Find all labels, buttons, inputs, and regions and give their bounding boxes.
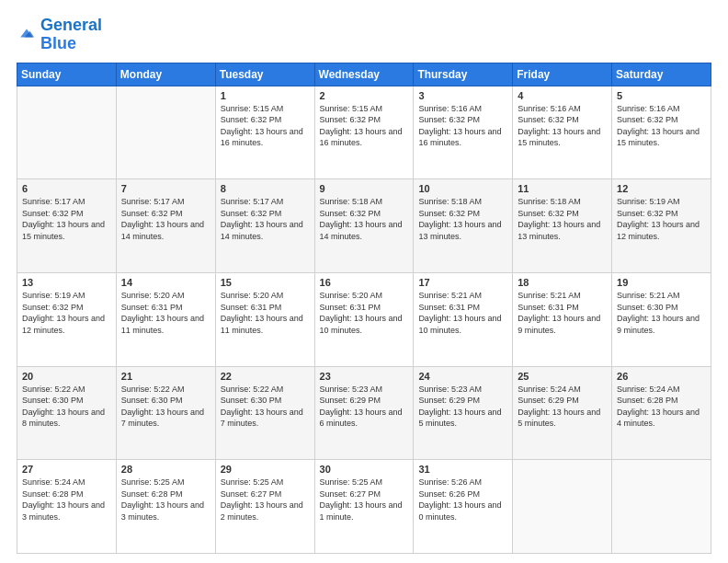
calendar-week-row: 13Sunrise: 5:19 AM Sunset: 6:32 PM Dayli… (17, 272, 711, 366)
day-number: 1 (221, 90, 310, 101)
day-number: 31 (418, 464, 507, 475)
day-info: Sunrise: 5:20 AM Sunset: 6:31 PM Dayligh… (121, 290, 210, 336)
day-info: Sunrise: 5:16 AM Sunset: 6:32 PM Dayligh… (418, 103, 507, 149)
day-info: Sunrise: 5:26 AM Sunset: 6:26 PM Dayligh… (418, 477, 507, 523)
calendar-cell: 18Sunrise: 5:21 AM Sunset: 6:31 PM Dayli… (513, 272, 612, 366)
calendar-cell: 20Sunrise: 5:22 AM Sunset: 6:30 PM Dayli… (17, 366, 117, 460)
day-info: Sunrise: 5:24 AM Sunset: 6:28 PM Dayligh… (22, 477, 111, 523)
day-info: Sunrise: 5:25 AM Sunset: 6:28 PM Dayligh… (121, 477, 210, 523)
day-info: Sunrise: 5:23 AM Sunset: 6:29 PM Dayligh… (418, 384, 507, 430)
calendar-cell: 24Sunrise: 5:23 AM Sunset: 6:29 PM Dayli… (414, 366, 513, 460)
day-info: Sunrise: 5:22 AM Sunset: 6:30 PM Dayligh… (221, 384, 310, 430)
calendar-cell: 17Sunrise: 5:21 AM Sunset: 6:31 PM Dayli… (414, 272, 513, 366)
day-number: 16 (320, 277, 409, 288)
weekday-header-monday: Monday (116, 63, 215, 86)
day-number: 26 (617, 371, 706, 382)
calendar-cell: 25Sunrise: 5:24 AM Sunset: 6:29 PM Dayli… (513, 366, 612, 460)
weekday-header-thursday: Thursday (414, 63, 513, 86)
calendar-cell: 23Sunrise: 5:23 AM Sunset: 6:29 PM Dayli… (314, 366, 414, 460)
logo: General Blue (17, 17, 102, 53)
calendar-cell: 15Sunrise: 5:20 AM Sunset: 6:31 PM Dayli… (215, 272, 314, 366)
day-number: 24 (418, 371, 507, 382)
day-number: 5 (617, 90, 706, 101)
calendar-cell: 9Sunrise: 5:18 AM Sunset: 6:32 PM Daylig… (314, 179, 414, 273)
calendar-cell: 7Sunrise: 5:17 AM Sunset: 6:32 PM Daylig… (116, 179, 215, 273)
day-info: Sunrise: 5:19 AM Sunset: 6:32 PM Dayligh… (617, 196, 706, 242)
calendar-header-row: SundayMondayTuesdayWednesdayThursdayFrid… (17, 63, 711, 86)
day-number: 27 (22, 464, 111, 475)
calendar-cell: 10Sunrise: 5:18 AM Sunset: 6:32 PM Dayli… (414, 179, 513, 273)
day-number: 14 (121, 277, 210, 288)
calendar-cell: 11Sunrise: 5:18 AM Sunset: 6:32 PM Dayli… (513, 179, 612, 273)
day-info: Sunrise: 5:16 AM Sunset: 6:32 PM Dayligh… (617, 103, 706, 149)
day-info: Sunrise: 5:20 AM Sunset: 6:31 PM Dayligh… (320, 290, 409, 336)
calendar-cell: 30Sunrise: 5:25 AM Sunset: 6:27 PM Dayli… (314, 460, 414, 554)
weekday-header-saturday: Saturday (612, 63, 711, 86)
calendar-cell: 13Sunrise: 5:19 AM Sunset: 6:32 PM Dayli… (17, 272, 117, 366)
header: General Blue (17, 17, 711, 53)
day-info: Sunrise: 5:25 AM Sunset: 6:27 PM Dayligh… (320, 477, 409, 523)
calendar-cell: 29Sunrise: 5:25 AM Sunset: 6:27 PM Dayli… (215, 460, 314, 554)
day-info: Sunrise: 5:24 AM Sunset: 6:28 PM Dayligh… (617, 384, 706, 430)
day-info: Sunrise: 5:17 AM Sunset: 6:32 PM Dayligh… (121, 196, 210, 242)
weekday-header-friday: Friday (513, 63, 612, 86)
calendar-cell: 31Sunrise: 5:26 AM Sunset: 6:26 PM Dayli… (414, 460, 513, 554)
day-number: 8 (221, 183, 310, 194)
day-number: 2 (320, 90, 409, 101)
day-number: 23 (320, 371, 409, 382)
day-info: Sunrise: 5:21 AM Sunset: 6:31 PM Dayligh… (418, 290, 507, 336)
day-info: Sunrise: 5:23 AM Sunset: 6:29 PM Dayligh… (320, 384, 409, 430)
day-number: 12 (617, 183, 706, 194)
weekday-header-tuesday: Tuesday (215, 63, 314, 86)
day-info: Sunrise: 5:18 AM Sunset: 6:32 PM Dayligh… (320, 196, 409, 242)
calendar-cell: 2Sunrise: 5:15 AM Sunset: 6:32 PM Daylig… (314, 86, 414, 179)
day-number: 11 (518, 183, 607, 194)
day-info: Sunrise: 5:16 AM Sunset: 6:32 PM Dayligh… (518, 103, 607, 149)
day-info: Sunrise: 5:18 AM Sunset: 6:32 PM Dayligh… (518, 196, 607, 242)
logo-icon (18, 25, 35, 41)
day-number: 9 (320, 183, 409, 194)
logo-text: General Blue (40, 17, 102, 53)
day-number: 6 (22, 183, 111, 194)
day-info: Sunrise: 5:17 AM Sunset: 6:32 PM Dayligh… (221, 196, 310, 242)
day-info: Sunrise: 5:17 AM Sunset: 6:32 PM Dayligh… (22, 196, 111, 242)
weekday-header-sunday: Sunday (17, 63, 117, 86)
day-info: Sunrise: 5:22 AM Sunset: 6:30 PM Dayligh… (22, 384, 111, 430)
calendar-week-row: 27Sunrise: 5:24 AM Sunset: 6:28 PM Dayli… (17, 460, 711, 554)
day-number: 29 (221, 464, 310, 475)
calendar-cell: 21Sunrise: 5:22 AM Sunset: 6:30 PM Dayli… (116, 366, 215, 460)
calendar-cell: 5Sunrise: 5:16 AM Sunset: 6:32 PM Daylig… (612, 86, 711, 179)
day-number: 7 (121, 183, 210, 194)
calendar-cell (513, 460, 612, 554)
day-info: Sunrise: 5:24 AM Sunset: 6:29 PM Dayligh… (518, 384, 607, 430)
day-info: Sunrise: 5:21 AM Sunset: 6:31 PM Dayligh… (518, 290, 607, 336)
calendar-cell: 22Sunrise: 5:22 AM Sunset: 6:30 PM Dayli… (215, 366, 314, 460)
day-info: Sunrise: 5:20 AM Sunset: 6:31 PM Dayligh… (221, 290, 310, 336)
day-number: 18 (518, 277, 607, 288)
day-number: 13 (22, 277, 111, 288)
day-number: 3 (418, 90, 507, 101)
day-info: Sunrise: 5:21 AM Sunset: 6:30 PM Dayligh… (617, 290, 706, 336)
calendar-cell: 28Sunrise: 5:25 AM Sunset: 6:28 PM Dayli… (116, 460, 215, 554)
page: General Blue SundayMondayTuesdayWednesda… (0, 0, 728, 563)
day-number: 21 (121, 371, 210, 382)
calendar-cell (612, 460, 711, 554)
calendar-week-row: 20Sunrise: 5:22 AM Sunset: 6:30 PM Dayli… (17, 366, 711, 460)
day-info: Sunrise: 5:18 AM Sunset: 6:32 PM Dayligh… (418, 196, 507, 242)
day-number: 30 (320, 464, 409, 475)
day-number: 19 (617, 277, 706, 288)
calendar-cell: 27Sunrise: 5:24 AM Sunset: 6:28 PM Dayli… (17, 460, 117, 554)
calendar-week-row: 6Sunrise: 5:17 AM Sunset: 6:32 PM Daylig… (17, 179, 711, 273)
day-number: 25 (518, 371, 607, 382)
day-number: 20 (22, 371, 111, 382)
calendar-week-row: 1Sunrise: 5:15 AM Sunset: 6:32 PM Daylig… (17, 86, 711, 179)
day-info: Sunrise: 5:22 AM Sunset: 6:30 PM Dayligh… (121, 384, 210, 430)
calendar-cell: 19Sunrise: 5:21 AM Sunset: 6:30 PM Dayli… (612, 272, 711, 366)
day-info: Sunrise: 5:15 AM Sunset: 6:32 PM Dayligh… (221, 103, 310, 149)
calendar-cell: 1Sunrise: 5:15 AM Sunset: 6:32 PM Daylig… (215, 86, 314, 179)
day-info: Sunrise: 5:15 AM Sunset: 6:32 PM Dayligh… (320, 103, 409, 149)
calendar-cell: 26Sunrise: 5:24 AM Sunset: 6:28 PM Dayli… (612, 366, 711, 460)
day-number: 22 (221, 371, 310, 382)
calendar-cell (17, 86, 117, 179)
calendar-cell: 14Sunrise: 5:20 AM Sunset: 6:31 PM Dayli… (116, 272, 215, 366)
